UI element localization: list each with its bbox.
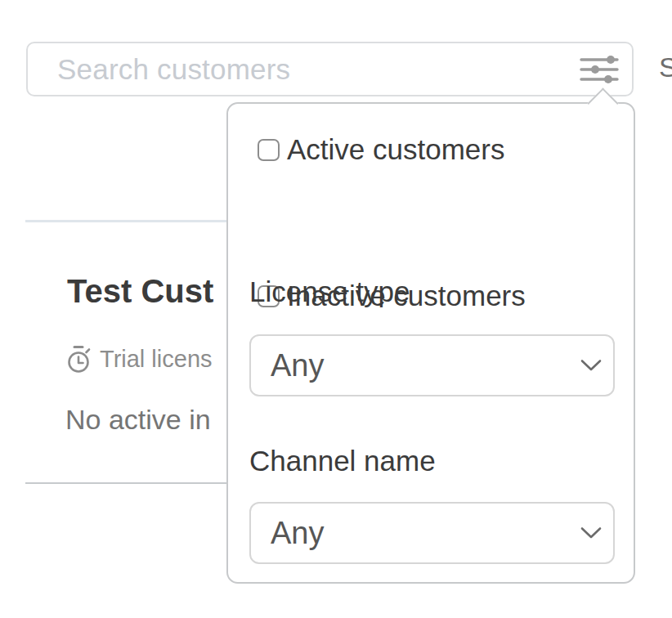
row-divider-bottom — [25, 482, 226, 484]
filter-panel: Active customers Inactive customers Lice… — [226, 102, 635, 584]
active-customers-checkbox[interactable] — [258, 139, 280, 161]
chevron-down-icon — [580, 527, 602, 540]
search-placeholder: Search customers — [57, 53, 290, 86]
license-type-select[interactable]: Any — [249, 334, 615, 396]
license-type-value: Any — [271, 348, 324, 383]
channel-name-value: Any — [271, 516, 324, 551]
license-type-text: Trial licens — [100, 346, 213, 373]
license-type-label: License type — [249, 275, 410, 308]
sliders-icon — [580, 55, 619, 84]
search-input[interactable]: Search customers — [26, 42, 634, 96]
chevron-down-icon — [580, 360, 602, 372]
license-row: Trial licens — [67, 345, 213, 374]
channel-name-label: Channel name — [249, 445, 436, 477]
channel-name-select[interactable]: Any — [249, 502, 615, 564]
customers-page: Test Cust Trial licens No active in Sear… — [0, 0, 672, 618]
customer-name: Test Cust — [67, 272, 213, 310]
trial-timer-icon — [67, 345, 92, 374]
right-edge-text: S — [659, 51, 672, 83]
checkbox-row-active-customers[interactable]: Active customers — [258, 133, 504, 166]
filter-button[interactable] — [578, 52, 620, 87]
active-customers-label: Active customers — [287, 133, 504, 166]
installations-status: No active in — [65, 404, 211, 436]
